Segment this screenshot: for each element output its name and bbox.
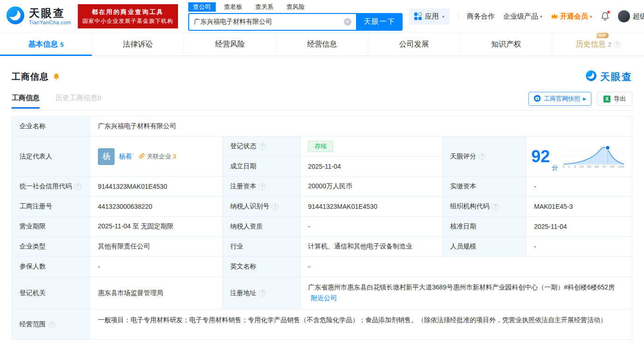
related-companies-label: 关联企业 (147, 152, 171, 161)
user-name: 超级... (633, 12, 644, 21)
score-unit: 分 (552, 164, 558, 172)
table-row: 工商注册号 441323000638220 纳税人识别号 ? 91441323M… (12, 197, 632, 217)
tab-legal-proceedings[interactable]: 法律诉讼 (92, 33, 185, 55)
enterprise-products-label: 企业级产品 (503, 12, 538, 21)
vip-badge: VIP (596, 33, 609, 38)
business-cooperation-link[interactable]: 商务合作 (467, 12, 495, 21)
search-tabs: 查公司 查老板 查关系 查风险 (188, 2, 403, 12)
org-code-label-cell: 组织机构代码 ? (443, 197, 527, 217)
table-row: 参保人数 - 英文名称 - (12, 257, 632, 277)
table-row: 登记机关 惠东县市场监督管理局 注册地址 ? 广东省惠州市惠东县白花镇长塘村新平… (12, 277, 632, 310)
tab-basic-info[interactable]: 基本信息 5 (0, 33, 92, 55)
clear-search-icon[interactable]: ✕ (344, 18, 351, 26)
apps-menu-button[interactable]: 应用 ▾ (409, 8, 450, 25)
crown-icon (551, 13, 558, 21)
table-row: 法定代表人 杨 杨着 关联企业 3 登记状态 ? 存续 成 (12, 137, 632, 177)
org-code-value-cell: MAK01E45-3 (527, 197, 632, 217)
chevron-down-icon: ▾ (540, 14, 542, 19)
help-icon[interactable]: ? (259, 289, 266, 296)
table-row: 企业类型 其他有限责任公司 行业 计算机、通信和其他电子设备制造业 人员规模 - (12, 237, 632, 257)
chevron-down-icon: ▾ (590, 14, 592, 19)
user-account-menu[interactable]: 超级... ⌄ (618, 10, 644, 22)
table-row: 经营范围 ? 一般项目：电子专用材料研发；电子专用材料销售；专用化学产品销售（不… (12, 310, 632, 339)
official-snapshot-button[interactable]: 工商官网快照 ▶ (528, 92, 591, 106)
tab-operating-info[interactable]: 经营信息 (276, 33, 369, 55)
industry-value-cell: 计算机、通信和其他电子设备制造业 (301, 237, 443, 257)
tianyancha-watermark-logo: 天眼查 (585, 70, 632, 83)
open-membership-link[interactable]: 开通会员 ▾ (551, 12, 592, 21)
arrow-right-icon: ▶ (583, 96, 586, 101)
establish-date-label-cell: 成立日期 (223, 157, 301, 177)
tab-intellectual-property[interactable]: 知识产权 (460, 33, 553, 55)
search-tab-risk[interactable]: 查风险 (282, 2, 309, 12)
search-input[interactable] (189, 18, 344, 26)
link-icon (139, 153, 145, 160)
notification-dot (607, 11, 610, 14)
tab-history-info[interactable]: VIP 历史信息 2 ? (552, 33, 644, 55)
search-tab-boss[interactable]: 查老板 (219, 2, 247, 12)
help-icon[interactable]: ? (614, 41, 621, 48)
taxpayer-id-label-cell: 纳税人识别号 ? (223, 197, 301, 217)
subscribe-bell-icon[interactable] (53, 73, 60, 81)
legal-rep-avatar[interactable]: 杨 (98, 148, 115, 165)
notification-bell-icon[interactable] (601, 12, 610, 21)
help-icon[interactable]: ? (74, 183, 81, 190)
help-icon[interactable]: ? (479, 153, 486, 160)
search-tab-company[interactable]: 查公司 (188, 2, 216, 12)
credit-code-value-cell: 91441323MAK01E4530 (90, 177, 223, 197)
tab-history-info-label: 历史信息 (576, 40, 606, 49)
camera-icon (534, 95, 541, 103)
tab-operating-risk-label: 经营风险 (215, 40, 245, 49)
chevron-down-icon: ▾ (442, 14, 445, 19)
export-button[interactable]: X 导出 (597, 92, 632, 106)
related-companies-link[interactable]: 关联企业 3 (139, 152, 176, 161)
promo-banner[interactable]: 都在用的商业查询工具 国家中小企业发展子基金旗下机构 (78, 4, 178, 29)
search-box: ✕ (188, 13, 357, 31)
business-term-label-cell: 营业期限 (12, 217, 90, 237)
enterprise-products-link[interactable]: 企业级产品 ▾ (503, 12, 542, 21)
score-distribution-chart: 0131550859799100 (562, 144, 625, 169)
section-title: 工商信息 (12, 71, 49, 83)
help-icon[interactable]: ? (492, 203, 499, 210)
approval-date-label-cell: 核准日期 (443, 217, 527, 237)
score-label-cell: 天眼评分 ? (443, 137, 527, 177)
tab-operating-risk[interactable]: 经营风险 (184, 33, 276, 55)
export-label: 导出 (614, 95, 626, 103)
search-button[interactable]: 天眼一下 (357, 13, 403, 31)
reg-address-label-cell: 注册地址 ? (223, 277, 301, 310)
subtab-business-info[interactable]: 工商信息 (12, 94, 40, 109)
apps-label: 应用 (425, 12, 439, 21)
help-icon[interactable]: ? (259, 183, 266, 190)
reg-capital-label-cell: 注册资本 ? (223, 177, 301, 197)
help-icon[interactable]: ? (48, 321, 55, 328)
reg-authority-value-cell: 惠东县市场监督管理局 (90, 277, 223, 310)
business-scope-value-cell: 一般项目：电子专用材料研发；电子专用材料销售；专用化学产品销售（不含危险化学品）… (90, 310, 632, 339)
subtab-history-business-info[interactable]: 历史工商信息0 (55, 94, 101, 109)
top-bar: 天眼查 TianYanCha.com 都在用的商业查询工具 国家中小企业发展子基… (0, 0, 644, 33)
company-section-tabs: 基本信息 5 法律诉讼 经营风险 经营信息 公司发展 知识产权 VIP 历史信息… (0, 33, 644, 56)
legal-rep-name-link[interactable]: 杨着 (119, 152, 132, 161)
help-icon[interactable]: ? (272, 203, 279, 210)
taxpayer-id-value-cell: 91441323MAK01E4530 (301, 197, 443, 217)
insured-staff-label-cell: 参保人数 (12, 257, 90, 277)
nav-divider (458, 13, 459, 20)
excel-icon: X (603, 96, 610, 103)
tab-intellectual-property-label: 知识产权 (491, 40, 521, 49)
reg-address-value-cell: 广东省惠州市惠东县白花镇长塘村新平大道3689号惠州市新材料产业园科创中心（一期… (301, 277, 632, 310)
reg-number-label-cell: 工商注册号 (12, 197, 90, 217)
tab-operating-info-label: 经营信息 (307, 40, 337, 49)
watermark-brand-text: 天眼查 (600, 70, 632, 83)
tianyancha-logo[interactable]: 天眼查 TianYanCha.com (6, 6, 71, 27)
tab-company-development[interactable]: 公司发展 (368, 33, 460, 55)
search-tab-relation[interactable]: 查关系 (251, 2, 278, 12)
reg-number-value-cell: 441323000638220 (90, 197, 223, 217)
reg-capital-value-cell: 20000万人民币 (301, 177, 443, 197)
chart-axis-ticks: 0131550859799100 (562, 165, 624, 169)
help-icon[interactable]: ? (259, 143, 266, 150)
nearby-companies-link[interactable]: 附近公司 (311, 294, 337, 302)
promo-line1: 都在用的商业查询工具 (82, 7, 173, 17)
approval-date-value-cell: 2025-11-04 (527, 217, 632, 237)
score-value-cell[interactable]: 92 分 0131550859799100 (527, 137, 632, 177)
taxpayer-quality-label-cell: 纳税人资质 (223, 217, 301, 237)
main-content: 工商信息 天眼查 工商信息 历史工商信息0 工商官网快照 ▶ (0, 70, 644, 340)
